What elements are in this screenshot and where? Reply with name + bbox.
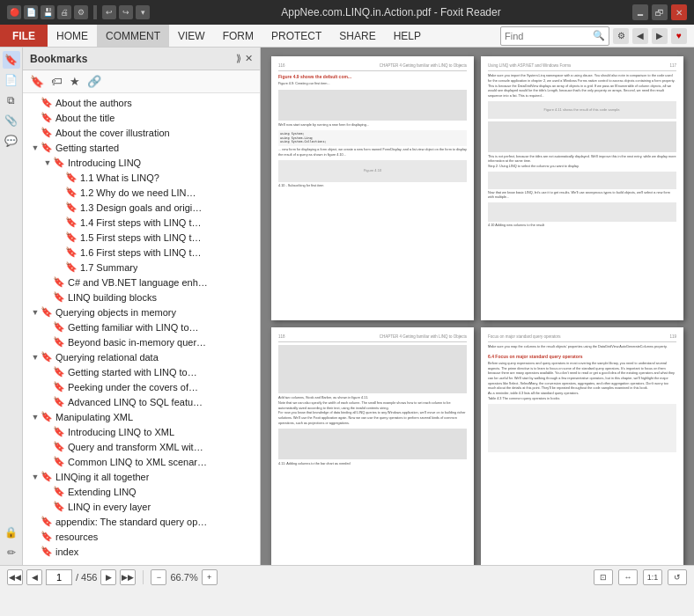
- bookmark-item-title[interactable]: 🔖 About the title: [23, 110, 260, 125]
- bm-toggle-querying-objects[interactable]: ▼: [30, 308, 41, 317]
- menu-view[interactable]: VIEW: [169, 25, 214, 47]
- bookmark-item-advanced-linq[interactable]: 🔖 Advanced LINQ to SQL featu…: [23, 394, 260, 409]
- menu-protect[interactable]: PROTECT: [262, 25, 330, 47]
- pen-icon[interactable]: ✏: [3, 544, 20, 561]
- actual-size-button[interactable]: 1:1: [643, 569, 662, 585]
- bookmark-item-manipulating-xml[interactable]: ▼ 🔖 Manipulating XML: [23, 409, 260, 424]
- bookmark-item-linq-all-together[interactable]: ▼ 🔖 LINQing it all together: [23, 469, 260, 484]
- bookmark-item-getting-started[interactable]: ▼ 🔖 Getting started: [23, 140, 260, 155]
- undo-icon[interactable]: ↩: [102, 5, 116, 19]
- bookmark-item-linq-every-layer[interactable]: 🔖 LINQ in every layer: [23, 499, 260, 514]
- bm-icon-cover: 🔖: [41, 127, 53, 138]
- bookmark-sidebar-icon[interactable]: 🔖: [3, 51, 20, 69]
- nav-prev-icon[interactable]: ◀: [632, 28, 648, 44]
- bookmark-item-summary[interactable]: 🔖 1.7 Summary: [23, 260, 260, 275]
- bookmark-item-getting-started-linq[interactable]: 🔖 Getting started with LINQ to…: [23, 364, 260, 379]
- pdf-page-2[interactable]: Using LINQ with ASP.NET and Windows Form…: [481, 56, 683, 320]
- bookmark-item-first-steps-1[interactable]: 🔖 1.4 First steps with LINQ t…: [23, 215, 260, 230]
- bookmark-close-icon[interactable]: ✕: [245, 53, 253, 64]
- fit-page-button[interactable]: ⊡: [594, 569, 613, 585]
- menu-file[interactable]: FILE: [0, 25, 48, 47]
- layers-icon[interactable]: ⧉: [3, 92, 20, 109]
- bookmark-item-beyond-basic[interactable]: 🔖 Beyond basic in-memory quer…: [23, 334, 260, 349]
- search-input[interactable]: [505, 31, 593, 41]
- title-bar-left: 🔴 📄 💾 🖨 ⚙ ↩ ↪ ▾: [7, 5, 150, 19]
- bookmark-tree[interactable]: 🔖 About the authors 🔖 About the title 🔖 …: [23, 93, 260, 565]
- bm-label-cover: About the cover illustration: [55, 128, 170, 138]
- pdf-area[interactable]: 116CHAPTER 4 Getting familiar with LINQ …: [261, 48, 694, 565]
- bookmark-item-common-linq-xml[interactable]: 🔖 Common LINQ to XML scenar…: [23, 454, 260, 469]
- bm-add-icon[interactable]: 🔖: [28, 73, 46, 90]
- search-settings-icon[interactable]: ⚙: [613, 28, 629, 44]
- prev-page-button[interactable]: ◀: [26, 569, 42, 585]
- bm-toggle-querying-relational[interactable]: ▼: [30, 353, 41, 362]
- redo-icon[interactable]: ↪: [119, 5, 133, 19]
- bookmark-item-intro-linq[interactable]: ▼ 🔖 Introducing LINQ: [23, 155, 260, 170]
- bookmark-item-first-steps-3[interactable]: 🔖 1.6 First steps with LINQ t…: [23, 245, 260, 260]
- bm-icon-first-steps-3: 🔖: [65, 246, 78, 258]
- bookmark-item-querying-objects[interactable]: ▼ 🔖 Querying objects in memory: [23, 304, 260, 319]
- undo-redo-icons: ↩ ↪ ▾: [102, 5, 150, 19]
- bm-icon-first-steps-2: 🔖: [65, 231, 78, 243]
- page-number-input[interactable]: [46, 569, 72, 585]
- pdf-page-1[interactable]: 116CHAPTER 4 Getting familiar with LINQ …: [271, 56, 474, 320]
- comment-icon[interactable]: 💬: [3, 132, 20, 150]
- minimize-button[interactable]: 🗕: [632, 4, 648, 20]
- window-controls: 🗕 🗗 ✕: [632, 4, 687, 20]
- dropdown-icon[interactable]: ▾: [136, 5, 150, 19]
- bookmark-item-appendix[interactable]: 🔖 appendix: The standard query op…: [23, 514, 260, 529]
- app-icon-3: 💾: [41, 5, 55, 19]
- nav-next-icon[interactable]: ▶: [652, 28, 668, 44]
- bookmark-item-resources[interactable]: 🔖 resources: [23, 529, 260, 544]
- zoom-out-button[interactable]: −: [151, 569, 166, 585]
- bookmark-item-intro-xml[interactable]: 🔖 Introducing LINQ to XML: [23, 424, 260, 439]
- menu-share[interactable]: SHARE: [330, 25, 384, 47]
- bm-toggle-linq-all-together[interactable]: ▼: [30, 473, 41, 481]
- search-box[interactable]: 🔍: [500, 26, 609, 46]
- next-page-button[interactable]: ▶: [100, 569, 116, 585]
- pdf-page-3[interactable]: 118CHAPTER 4 Getting familiar with LINQ …: [271, 327, 474, 565]
- bookmark-item-index[interactable]: 🔖 index: [23, 544, 260, 559]
- bookmark-item-building-blocks[interactable]: 🔖 LINQ building blocks: [23, 290, 260, 304]
- bookmark-item-cover[interactable]: 🔖 About the cover illustration: [23, 125, 260, 140]
- bm-link-icon[interactable]: 🔗: [85, 73, 103, 90]
- bookmark-item-extending-linq[interactable]: 🔖 Extending LINQ: [23, 484, 260, 499]
- bm-toggle-getting-started[interactable]: ▼: [30, 143, 41, 152]
- bm-toggle-manipulating-xml[interactable]: ▼: [30, 413, 41, 422]
- bookmark-expand-icon[interactable]: ⟫: [236, 53, 241, 64]
- maximize-button[interactable]: 🗗: [652, 4, 668, 20]
- bookmark-item-why-do[interactable]: 🔖 1.2 Why do we need LIN…: [23, 185, 260, 200]
- menu-help[interactable]: HELP: [385, 25, 430, 47]
- bm-tag-icon[interactable]: 🏷: [49, 73, 64, 90]
- rotate-button[interactable]: ↺: [668, 569, 687, 585]
- last-page-button[interactable]: ▶▶: [120, 569, 136, 585]
- bm-toggle-intro-linq[interactable]: ▼: [42, 158, 53, 167]
- bookmark-item-csharp-vb[interactable]: 🔖 C# and VB.NET language enh…: [23, 275, 260, 290]
- bookmark-item-getting-familiar[interactable]: 🔖 Getting familiar with LINQ to…: [23, 319, 260, 334]
- sep-icon: [93, 5, 97, 19]
- bookmark-icon[interactable]: ♥: [671, 28, 687, 44]
- lock-icon[interactable]: 🔒: [3, 524, 20, 541]
- menu-home[interactable]: HOME: [48, 25, 97, 47]
- menu-comment[interactable]: COMMENT: [97, 25, 169, 47]
- pdf-page-4[interactable]: Focus on major standard query operators1…: [481, 327, 683, 565]
- menu-form[interactable]: FORM: [214, 25, 262, 47]
- pdf-row-2: 118CHAPTER 4 Getting familiar with LINQ …: [271, 327, 683, 565]
- fit-width-button[interactable]: ↔: [618, 569, 638, 585]
- bookmark-item-peeking[interactable]: 🔖 Peeking under the covers of…: [23, 379, 260, 394]
- bookmark-item-first-steps-2[interactable]: 🔖 1.5 First steps with LINQ t…: [23, 230, 260, 245]
- bookmark-item-query-transform[interactable]: 🔖 Query and transform XML wit…: [23, 439, 260, 454]
- bookmark-item-authors[interactable]: 🔖 About the authors: [23, 95, 260, 110]
- bookmark-item-design[interactable]: 🔖 1.3 Design goals and origi…: [23, 200, 260, 215]
- bm-label-first-steps-1: 1.4 First steps with LINQ t…: [80, 217, 202, 228]
- first-page-button[interactable]: ◀◀: [7, 569, 23, 585]
- attachment-icon[interactable]: 📎: [3, 112, 20, 129]
- page-thumbnail-icon[interactable]: 📄: [3, 71, 20, 89]
- bookmark-item-querying-relational[interactable]: ▼ 🔖 Querying relational data: [23, 349, 260, 364]
- zoom-in-button[interactable]: +: [202, 569, 218, 585]
- bookmark-item-what-is[interactable]: 🔖 1.1 What is LINQ?: [23, 170, 260, 185]
- bm-icon-querying-objects: 🔖: [41, 306, 53, 318]
- close-button[interactable]: ✕: [671, 4, 687, 20]
- bm-label-peeking: Peeking under the covers of…: [68, 382, 198, 392]
- bm-star-icon[interactable]: ★: [68, 73, 82, 90]
